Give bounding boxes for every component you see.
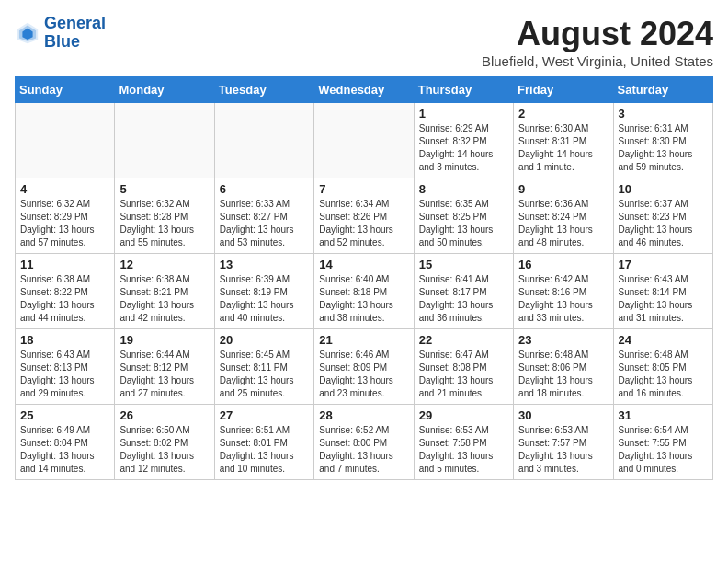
calendar-cell: 24Sunrise: 6:48 AM Sunset: 8:05 PM Dayli… [613, 329, 712, 405]
week-row-1: 1Sunrise: 6:29 AM Sunset: 8:32 PM Daylig… [16, 103, 713, 178]
day-number: 22 [419, 333, 508, 347]
calendar-cell: 16Sunrise: 6:42 AM Sunset: 8:16 PM Dayli… [514, 254, 613, 329]
day-info: Sunrise: 6:48 AM Sunset: 8:06 PM Dayligh… [518, 349, 608, 400]
day-number: 14 [319, 258, 408, 271]
weekday-header-tuesday: Tuesday [214, 77, 313, 103]
day-number: 4 [20, 182, 109, 196]
calendar-cell: 7Sunrise: 6:34 AM Sunset: 8:26 PM Daylig… [314, 178, 414, 254]
calendar-cell: 28Sunrise: 6:52 AM Sunset: 8:00 PM Dayli… [314, 405, 414, 480]
week-row-2: 4Sunrise: 6:32 AM Sunset: 8:29 PM Daylig… [16, 178, 713, 254]
day-number: 2 [518, 107, 608, 121]
calendar-cell: 14Sunrise: 6:40 AM Sunset: 8:18 PM Dayli… [314, 254, 414, 329]
calendar-cell: 21Sunrise: 6:46 AM Sunset: 8:09 PM Dayli… [314, 329, 414, 405]
weekday-header-row: SundayMondayTuesdayWednesdayThursdayFrid… [16, 77, 713, 103]
day-number: 26 [119, 408, 209, 422]
weekday-header-friday: Friday [514, 77, 613, 103]
day-info: Sunrise: 6:34 AM Sunset: 8:26 PM Dayligh… [319, 198, 408, 249]
calendar-cell: 3Sunrise: 6:31 AM Sunset: 8:30 PM Daylig… [613, 103, 712, 178]
week-row-5: 25Sunrise: 6:49 AM Sunset: 8:04 PM Dayli… [16, 405, 713, 480]
calendar-cell: 26Sunrise: 6:50 AM Sunset: 8:02 PM Dayli… [115, 405, 214, 480]
calendar-cell: 4Sunrise: 6:32 AM Sunset: 8:29 PM Daylig… [16, 178, 115, 254]
day-info: Sunrise: 6:50 AM Sunset: 8:02 PM Dayligh… [119, 424, 209, 476]
day-info: Sunrise: 6:38 AM Sunset: 8:21 PM Dayligh… [119, 273, 209, 325]
day-number: 5 [119, 182, 209, 196]
day-number: 3 [619, 107, 708, 121]
day-info: Sunrise: 6:41 AM Sunset: 8:17 PM Dayligh… [419, 273, 508, 325]
calendar-cell: 8Sunrise: 6:35 AM Sunset: 8:25 PM Daylig… [414, 178, 513, 254]
day-info: Sunrise: 6:53 AM Sunset: 7:57 PM Dayligh… [518, 424, 608, 476]
day-number: 25 [20, 408, 109, 422]
calendar-cell: 18Sunrise: 6:43 AM Sunset: 8:13 PM Dayli… [16, 329, 115, 405]
calendar-cell: 23Sunrise: 6:48 AM Sunset: 8:06 PM Dayli… [514, 329, 613, 405]
calendar-cell: 31Sunrise: 6:54 AM Sunset: 7:55 PM Dayli… [613, 405, 712, 480]
day-info: Sunrise: 6:30 AM Sunset: 8:31 PM Dayligh… [518, 122, 608, 174]
weekday-header-monday: Monday [115, 77, 214, 103]
title-block: August 2024 Bluefield, West Virginia, Un… [482, 15, 713, 69]
calendar-cell: 22Sunrise: 6:47 AM Sunset: 8:08 PM Dayli… [414, 329, 513, 405]
day-info: Sunrise: 6:32 AM Sunset: 8:28 PM Dayligh… [119, 198, 209, 249]
logo-icon [15, 20, 40, 46]
calendar-cell: 5Sunrise: 6:32 AM Sunset: 8:28 PM Daylig… [115, 178, 214, 254]
day-info: Sunrise: 6:43 AM Sunset: 8:13 PM Dayligh… [20, 349, 109, 400]
day-info: Sunrise: 6:47 AM Sunset: 8:08 PM Dayligh… [419, 349, 508, 400]
calendar-cell: 12Sunrise: 6:38 AM Sunset: 8:21 PM Dayli… [115, 254, 214, 329]
page-header: General Blue August 2024 Bluefield, West… [15, 15, 713, 69]
day-number: 9 [518, 182, 608, 196]
calendar-cell: 15Sunrise: 6:41 AM Sunset: 8:17 PM Dayli… [414, 254, 513, 329]
month-year: August 2024 [482, 15, 713, 53]
location: Bluefield, West Virginia, United States [482, 53, 713, 69]
calendar-cell: 17Sunrise: 6:43 AM Sunset: 8:14 PM Dayli… [613, 254, 712, 329]
calendar-cell: 25Sunrise: 6:49 AM Sunset: 8:04 PM Dayli… [16, 405, 115, 480]
day-info: Sunrise: 6:29 AM Sunset: 8:32 PM Dayligh… [419, 122, 508, 174]
day-number: 20 [220, 333, 309, 347]
calendar-cell [16, 103, 115, 178]
day-number: 21 [319, 333, 408, 347]
week-row-4: 18Sunrise: 6:43 AM Sunset: 8:13 PM Dayli… [16, 329, 713, 405]
day-number: 17 [619, 258, 708, 271]
calendar-cell: 6Sunrise: 6:33 AM Sunset: 8:27 PM Daylig… [214, 178, 313, 254]
calendar-cell: 13Sunrise: 6:39 AM Sunset: 8:19 PM Dayli… [214, 254, 313, 329]
day-number: 29 [419, 408, 508, 422]
day-info: Sunrise: 6:44 AM Sunset: 8:12 PM Dayligh… [119, 349, 209, 400]
calendar-cell [314, 103, 414, 178]
day-info: Sunrise: 6:39 AM Sunset: 8:19 PM Dayligh… [220, 273, 309, 325]
day-info: Sunrise: 6:45 AM Sunset: 8:11 PM Dayligh… [220, 349, 309, 400]
calendar-cell: 9Sunrise: 6:36 AM Sunset: 8:24 PM Daylig… [514, 178, 613, 254]
day-number: 12 [119, 258, 209, 271]
day-number: 27 [220, 408, 309, 422]
calendar-cell: 27Sunrise: 6:51 AM Sunset: 8:01 PM Dayli… [214, 405, 313, 480]
day-number: 31 [619, 408, 708, 422]
day-number: 10 [619, 182, 708, 196]
logo-text: General Blue [44, 15, 106, 52]
day-info: Sunrise: 6:49 AM Sunset: 8:04 PM Dayligh… [20, 424, 109, 476]
day-info: Sunrise: 6:37 AM Sunset: 8:23 PM Dayligh… [619, 198, 708, 249]
day-number: 30 [518, 408, 608, 422]
day-info: Sunrise: 6:48 AM Sunset: 8:05 PM Dayligh… [619, 349, 708, 400]
weekday-header-wednesday: Wednesday [314, 77, 414, 103]
day-number: 8 [419, 182, 508, 196]
calendar-cell: 2Sunrise: 6:30 AM Sunset: 8:31 PM Daylig… [514, 103, 613, 178]
day-info: Sunrise: 6:35 AM Sunset: 8:25 PM Dayligh… [419, 198, 508, 249]
day-number: 24 [619, 333, 708, 347]
day-info: Sunrise: 6:46 AM Sunset: 8:09 PM Dayligh… [319, 349, 408, 400]
day-number: 16 [518, 258, 608, 271]
calendar-cell: 19Sunrise: 6:44 AM Sunset: 8:12 PM Dayli… [115, 329, 214, 405]
day-info: Sunrise: 6:32 AM Sunset: 8:29 PM Dayligh… [20, 198, 109, 249]
day-number: 7 [319, 182, 408, 196]
calendar-cell: 29Sunrise: 6:53 AM Sunset: 7:58 PM Dayli… [414, 405, 513, 480]
day-number: 28 [319, 408, 408, 422]
weekday-header-saturday: Saturday [613, 77, 712, 103]
calendar-cell: 1Sunrise: 6:29 AM Sunset: 8:32 PM Daylig… [414, 103, 513, 178]
weekday-header-sunday: Sunday [16, 77, 115, 103]
logo: General Blue [15, 15, 106, 52]
day-number: 13 [220, 258, 309, 271]
day-info: Sunrise: 6:52 AM Sunset: 8:00 PM Dayligh… [319, 424, 408, 476]
day-info: Sunrise: 6:53 AM Sunset: 7:58 PM Dayligh… [419, 424, 508, 476]
day-info: Sunrise: 6:43 AM Sunset: 8:14 PM Dayligh… [619, 273, 708, 325]
calendar-cell [115, 103, 214, 178]
day-info: Sunrise: 6:33 AM Sunset: 8:27 PM Dayligh… [220, 198, 309, 249]
day-number: 11 [20, 258, 109, 271]
day-number: 23 [518, 333, 608, 347]
day-number: 6 [220, 182, 309, 196]
day-number: 19 [119, 333, 209, 347]
